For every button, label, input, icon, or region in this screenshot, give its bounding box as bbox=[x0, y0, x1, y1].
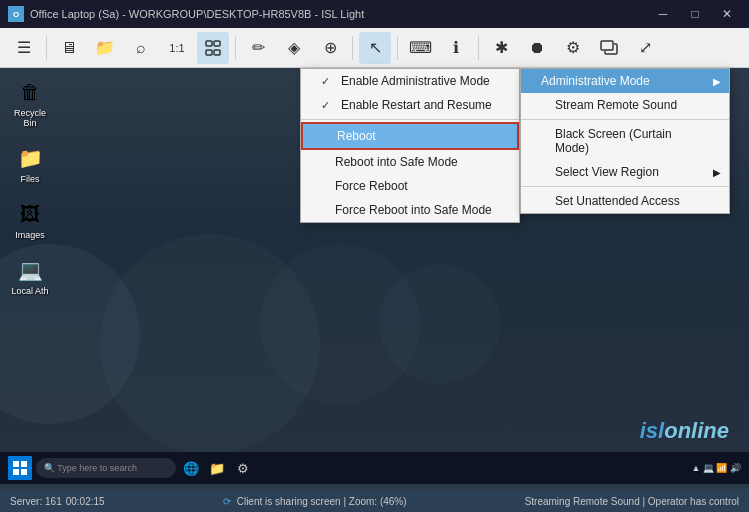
isl-logo: islonline bbox=[640, 418, 729, 444]
settings-taskbar-button[interactable]: ⚙ bbox=[232, 457, 254, 479]
svg-rect-7 bbox=[13, 469, 19, 475]
fit-button[interactable] bbox=[197, 32, 229, 64]
sub-sep2 bbox=[521, 186, 729, 187]
images-label: Images bbox=[15, 230, 45, 240]
sub-menu: Administrative Mode ▶ Stream Remote Soun… bbox=[520, 68, 730, 214]
enable-restart-label: Enable Restart and Resume bbox=[341, 98, 492, 112]
black-screen-label: Black Screen (Curtain Mode) bbox=[555, 127, 709, 155]
recycle-bin-label: Recycle Bin bbox=[8, 108, 52, 128]
explorer-button[interactable]: 📁 bbox=[206, 457, 228, 479]
remote-taskbar: 🔍 Type here to search 🌐 📁 ⚙ ▲ 💻 📶 🔊 bbox=[0, 452, 749, 484]
info-button[interactable]: ℹ bbox=[440, 32, 472, 64]
unattended-access-label: Set Unattended Access bbox=[555, 194, 680, 208]
local-ath-icon[interactable]: 💻 Local Ath bbox=[8, 256, 52, 296]
stream-sound-item[interactable]: Stream Remote Sound bbox=[521, 93, 729, 117]
svg-rect-6 bbox=[21, 461, 27, 467]
tools-button[interactable]: ✱ bbox=[485, 32, 517, 64]
status-center: ⟳ Client is sharing screen | Zoom: (46%) bbox=[223, 496, 407, 507]
server-info: Server: 161 bbox=[10, 496, 62, 507]
svg-rect-0 bbox=[206, 41, 212, 46]
settings-button[interactable]: ⚙ bbox=[557, 32, 589, 64]
remote-taskbar-left: 🔍 Type here to search 🌐 📁 ⚙ bbox=[8, 456, 254, 480]
images-icon[interactable]: 🖼 Images bbox=[8, 200, 52, 240]
arrow-icon2: ▶ bbox=[713, 167, 721, 178]
files-img: 📁 bbox=[16, 144, 44, 172]
maximize-button[interactable]: □ bbox=[681, 0, 709, 28]
sep4 bbox=[397, 36, 398, 60]
cursor-button[interactable]: ↖ bbox=[359, 32, 391, 64]
force-reboot-safe-item[interactable]: Force Reboot into Safe Mode bbox=[301, 198, 519, 222]
reboot-safe-label: Reboot into Safe Mode bbox=[335, 155, 458, 169]
check-icon: ✓ bbox=[321, 75, 335, 88]
keyboard-button[interactable]: ⌨ bbox=[404, 32, 436, 64]
stream-sound-label: Stream Remote Sound bbox=[555, 98, 677, 112]
record-button[interactable]: ⏺ bbox=[521, 32, 553, 64]
enable-restart-resume[interactable]: ✓ Enable Restart and Resume bbox=[301, 93, 519, 117]
sep1 bbox=[46, 36, 47, 60]
svg-rect-5 bbox=[13, 461, 19, 467]
taskbar-search[interactable]: 🔍 Type here to search bbox=[36, 458, 176, 478]
select-view-item[interactable]: Select View Region ▶ bbox=[521, 160, 729, 184]
svg-rect-3 bbox=[214, 50, 220, 55]
sep3 bbox=[352, 36, 353, 60]
check-icon2: ✓ bbox=[321, 99, 335, 112]
pen-button[interactable]: ✏ bbox=[242, 32, 274, 64]
status-right: Streaming Remote Sound | Operator has co… bbox=[525, 496, 739, 507]
monitor-button[interactable]: 🖥 bbox=[53, 32, 85, 64]
context-menu: ✓ Enable Administrative Mode ✓ Enable Re… bbox=[300, 68, 520, 223]
reboot-label: Reboot bbox=[337, 129, 376, 143]
close-button[interactable]: ✕ bbox=[713, 0, 741, 28]
sync-icon: ⟳ bbox=[223, 496, 231, 507]
main-toolbar: ☰ 🖥 📁 ⌕ 1:1 ✏ ◈ ⊕ ↖ ⌨ ℹ ✱ ⏺ ⚙ ⤢ bbox=[0, 28, 749, 68]
select-view-label: Select View Region bbox=[555, 165, 659, 179]
svg-rect-1 bbox=[214, 41, 220, 46]
svg-rect-2 bbox=[206, 50, 212, 55]
sub-sep1 bbox=[521, 119, 729, 120]
deco-bubble4 bbox=[380, 264, 500, 384]
force-reboot-label: Force Reboot bbox=[335, 179, 408, 193]
admin-mode-label: Administrative Mode bbox=[541, 74, 650, 88]
status-bar: Server: 161 00:02:15 ⟳ Client is sharing… bbox=[0, 490, 749, 512]
sound-control-info: Streaming Remote Sound | Operator has co… bbox=[525, 496, 739, 507]
pin-button[interactable]: ⊕ bbox=[314, 32, 346, 64]
enable-admin-label: Enable Administrative Mode bbox=[341, 74, 490, 88]
folder-button[interactable]: 📁 bbox=[89, 32, 121, 64]
window-controls: ─ □ ✕ bbox=[649, 0, 741, 28]
force-reboot-item[interactable]: Force Reboot bbox=[301, 174, 519, 198]
local-ath-img: 💻 bbox=[16, 256, 44, 284]
arrow-icon: ▶ bbox=[713, 76, 721, 87]
recycle-bin-icon[interactable]: 🗑 Recycle Bin bbox=[8, 78, 52, 128]
remote-taskbar-right: ▲ 💻 📶 🔊 bbox=[692, 463, 741, 473]
window-title: Office Laptop (Sa) - WORKGROUP\DESKTOP-H… bbox=[30, 8, 364, 20]
admin-mode-header[interactable]: Administrative Mode ▶ bbox=[521, 69, 729, 93]
local-ath-label: Local Ath bbox=[11, 286, 48, 296]
taskbar-tray: ▲ 💻 📶 🔊 bbox=[692, 463, 741, 473]
title-bar: O Office Laptop (Sa) - WORKGROUP\DESKTOP… bbox=[0, 0, 749, 28]
sep2 bbox=[235, 36, 236, 60]
unattended-access-item[interactable]: Set Unattended Access bbox=[521, 189, 729, 213]
start-button[interactable] bbox=[8, 456, 32, 480]
menu-sep1 bbox=[301, 119, 519, 120]
images-img: 🖼 bbox=[16, 200, 44, 228]
ratio-button[interactable]: 1:1 bbox=[161, 32, 193, 64]
reboot-item[interactable]: Reboot bbox=[301, 122, 519, 150]
svg-rect-4 bbox=[601, 41, 613, 50]
app-logo: O bbox=[8, 6, 24, 22]
sharing-info: Client is sharing screen | Zoom: (46%) bbox=[237, 496, 407, 507]
sep5 bbox=[478, 36, 479, 60]
highlight-button[interactable]: ◈ bbox=[278, 32, 310, 64]
fullscreen-button[interactable]: ⤢ bbox=[629, 32, 661, 64]
files-label: Files bbox=[20, 174, 39, 184]
enable-admin-mode[interactable]: ✓ Enable Administrative Mode bbox=[301, 69, 519, 93]
reboot-safe-item[interactable]: Reboot into Safe Mode bbox=[301, 150, 519, 174]
remote-button[interactable] bbox=[593, 32, 625, 64]
minimize-button[interactable]: ─ bbox=[649, 0, 677, 28]
search-button[interactable]: ⌕ bbox=[125, 32, 157, 64]
time-display: 00:02:15 bbox=[66, 496, 105, 507]
edge-button[interactable]: 🌐 bbox=[180, 457, 202, 479]
desktop-icons: 🗑 Recycle Bin 📁 Files 🖼 Images 💻 Local A… bbox=[8, 78, 52, 296]
black-screen-item[interactable]: Black Screen (Curtain Mode) bbox=[521, 122, 729, 160]
files-icon[interactable]: 📁 Files bbox=[8, 144, 52, 184]
hamburger-button[interactable]: ☰ bbox=[8, 32, 40, 64]
force-reboot-safe-label: Force Reboot into Safe Mode bbox=[335, 203, 492, 217]
